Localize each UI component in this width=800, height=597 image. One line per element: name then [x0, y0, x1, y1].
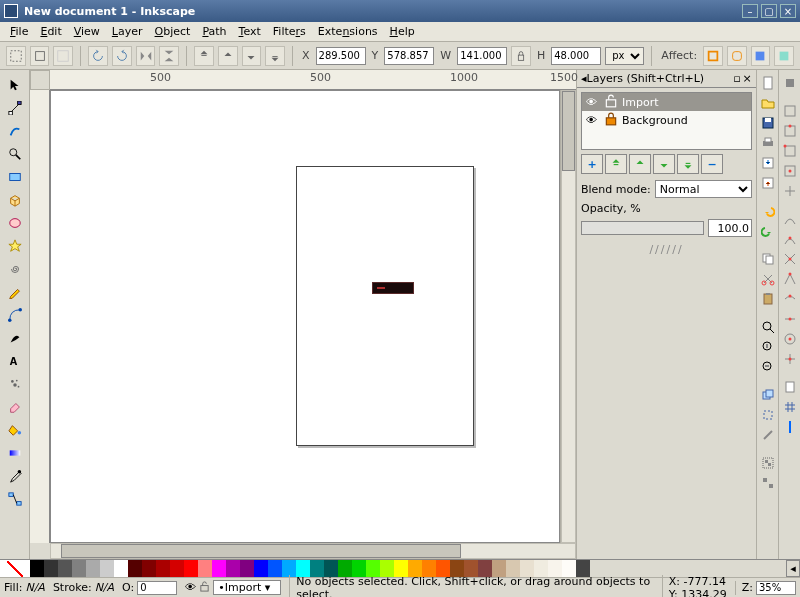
snap-bbox-corner-button[interactable] — [781, 142, 799, 160]
zoom-drawing-button[interactable] — [759, 358, 777, 376]
star-tool[interactable] — [4, 235, 26, 257]
menu-help[interactable]: Help — [384, 23, 421, 40]
dropper-tool[interactable] — [4, 465, 26, 487]
affect-gradient-button[interactable] — [751, 46, 771, 66]
snap-rotation-button[interactable] — [781, 350, 799, 368]
menu-file[interactable]: File — [4, 23, 34, 40]
snap-bbox-center-button[interactable] — [781, 182, 799, 200]
color-swatch[interactable] — [254, 560, 268, 577]
imported-image[interactable] — [372, 282, 414, 294]
new-doc-button[interactable] — [759, 74, 777, 92]
redo-button[interactable] — [759, 222, 777, 240]
select-layer-button[interactable] — [30, 46, 50, 66]
blend-mode-select[interactable]: Normal — [655, 180, 752, 198]
unlink-clone-button[interactable] — [759, 426, 777, 444]
color-swatch[interactable] — [226, 560, 240, 577]
visibility-icon[interactable]: 👁 — [586, 96, 598, 109]
select-all-button[interactable] — [6, 46, 26, 66]
snap-guide-button[interactable] — [781, 418, 799, 436]
zoom-fit-button[interactable] — [759, 318, 777, 336]
undo-button[interactable] — [759, 202, 777, 220]
copy-button[interactable] — [759, 250, 777, 268]
rect-tool[interactable] — [4, 166, 26, 188]
save-button[interactable] — [759, 114, 777, 132]
color-swatch[interactable] — [170, 560, 184, 577]
eraser-tool[interactable] — [4, 396, 26, 418]
import-button[interactable] — [759, 154, 777, 172]
no-color-swatch[interactable] — [0, 560, 30, 577]
rotate-ccw-button[interactable] — [88, 46, 108, 66]
snap-bbox-edge-button[interactable] — [781, 122, 799, 140]
panel-close-icon[interactable]: × — [742, 72, 752, 85]
snap-page-button[interactable] — [781, 378, 799, 396]
menu-view[interactable]: View — [68, 23, 106, 40]
snap-enable-button[interactable] — [781, 74, 799, 92]
layer-top-button[interactable] — [605, 154, 627, 174]
layer-visibility-icon[interactable]: 👁 — [185, 581, 196, 594]
flip-h-button[interactable] — [136, 46, 156, 66]
scrollbar-horizontal[interactable] — [30, 543, 576, 559]
text-tool[interactable]: A — [4, 350, 26, 372]
scrollbar-vertical[interactable] — [560, 90, 576, 543]
color-swatch[interactable] — [240, 560, 254, 577]
menu-edit[interactable]: Edit — [34, 23, 67, 40]
clone-button[interactable] — [759, 406, 777, 424]
color-swatch[interactable] — [30, 560, 44, 577]
snap-bbox-midpoint-button[interactable] — [781, 162, 799, 180]
opacity-slider[interactable] — [581, 221, 704, 235]
layer-lock-icon[interactable] — [199, 581, 210, 595]
duplicate-button[interactable] — [759, 386, 777, 404]
palette-menu-button[interactable]: ◂ — [786, 560, 800, 577]
snap-intersection-button[interactable] — [781, 250, 799, 268]
raise-button[interactable] — [218, 46, 238, 66]
color-swatch[interactable] — [268, 560, 282, 577]
lower-button[interactable] — [242, 46, 262, 66]
visibility-icon[interactable]: 👁 — [586, 114, 598, 127]
ungroup-button[interactable] — [759, 474, 777, 492]
selector-tool[interactable] — [4, 74, 26, 96]
snap-grid-button[interactable] — [781, 398, 799, 416]
deselect-button[interactable] — [53, 46, 73, 66]
color-swatch[interactable] — [142, 560, 156, 577]
snap-smooth-button[interactable] — [781, 290, 799, 308]
delete-layer-button[interactable]: − — [701, 154, 723, 174]
close-button[interactable]: × — [780, 4, 796, 18]
affect-corners-button[interactable] — [727, 46, 747, 66]
lock-icon[interactable] — [604, 94, 616, 111]
paste-button[interactable] — [759, 290, 777, 308]
bucket-tool[interactable] — [4, 419, 26, 441]
zoom-input[interactable] — [756, 581, 796, 595]
gradient-tool[interactable] — [4, 442, 26, 464]
layer-down-button[interactable] — [653, 154, 675, 174]
flip-v-button[interactable] — [159, 46, 179, 66]
y-input[interactable] — [384, 47, 434, 65]
opacity-input[interactable] — [708, 219, 752, 237]
snap-nodes-button[interactable] — [781, 210, 799, 228]
layer-row-background[interactable]: 👁 Background — [582, 111, 751, 129]
cut-button[interactable] — [759, 270, 777, 288]
group-button[interactable] — [759, 454, 777, 472]
menu-path[interactable]: Path — [196, 23, 232, 40]
zoom-tool[interactable] — [4, 143, 26, 165]
snap-path-button[interactable] — [781, 230, 799, 248]
color-swatch[interactable] — [72, 560, 86, 577]
menu-text[interactable]: Text — [233, 23, 267, 40]
color-swatch[interactable] — [156, 560, 170, 577]
h-input[interactable] — [551, 47, 601, 65]
bezier-tool[interactable] — [4, 304, 26, 326]
export-button[interactable] — [759, 174, 777, 192]
zoom-page-button[interactable] — [759, 338, 777, 356]
color-swatch[interactable] — [184, 560, 198, 577]
layer-bottom-button[interactable] — [677, 154, 699, 174]
layer-up-button[interactable] — [629, 154, 651, 174]
panel-detach-icon[interactable]: ▫ — [732, 72, 742, 85]
raise-top-button[interactable] — [194, 46, 214, 66]
color-swatch[interactable] — [114, 560, 128, 577]
ellipse-tool[interactable] — [4, 212, 26, 234]
add-layer-button[interactable]: + — [581, 154, 603, 174]
calligraphy-tool[interactable] — [4, 327, 26, 349]
snap-midpoint-button[interactable] — [781, 310, 799, 328]
maximize-button[interactable]: ▢ — [761, 4, 777, 18]
master-opacity-input[interactable] — [137, 581, 177, 595]
node-tool[interactable] — [4, 97, 26, 119]
